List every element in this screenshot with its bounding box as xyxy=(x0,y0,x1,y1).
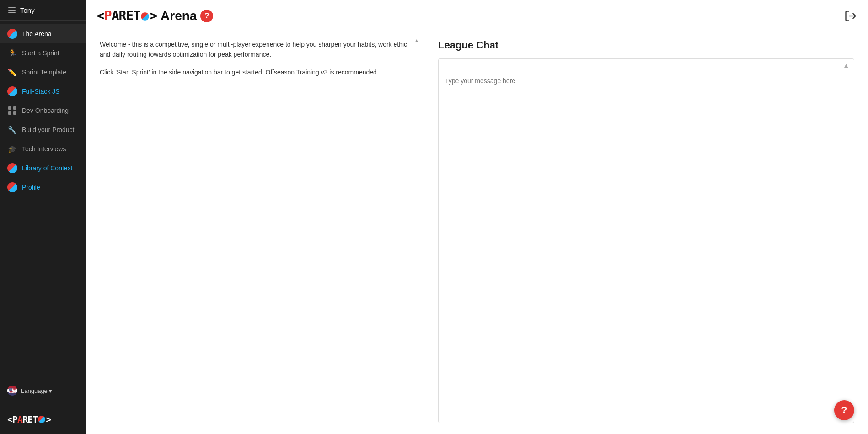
sidebar-item-full-stack-js[interactable]: Full-Stack JS xyxy=(0,82,86,101)
sidebar-item-profile[interactable]: Profile xyxy=(0,178,86,197)
pencil-icon: ✏️ xyxy=(7,67,17,77)
sidebar-item-sprint-template[interactable]: ✏️ Sprint Template xyxy=(0,63,86,82)
grid-icon xyxy=(7,106,17,116)
sidebar: Tony The Arena 🏃 Start a Sprint ✏️ Sprin… xyxy=(0,0,86,434)
welcome-text-2: Click 'Start Sprint' in the side navigat… xyxy=(100,67,410,77)
welcome-text-1: Welcome - this is a competitive, single … xyxy=(100,39,410,60)
chat-input[interactable] xyxy=(445,77,847,85)
svg-rect-2 xyxy=(8,12,16,13)
main-header: <PARET> Arena ? xyxy=(86,0,868,28)
chat-container: ▲ xyxy=(438,58,854,423)
mortarboard-icon: 🎓 xyxy=(7,144,17,154)
nav-label-start-a-sprint: Start a Sprint xyxy=(22,49,59,57)
svg-rect-1 xyxy=(8,10,16,11)
svg-rect-3 xyxy=(8,106,11,110)
chat-input-area[interactable] xyxy=(439,72,854,90)
sidebar-item-dev-onboarding[interactable]: Dev Onboarding xyxy=(0,101,86,120)
scroll-indicator: ▲ xyxy=(414,37,419,44)
flag-icon: 🇺🇸 xyxy=(7,386,17,396)
nav-label-dev-onboarding: Dev Onboarding xyxy=(22,107,69,114)
chat-messages xyxy=(439,90,854,423)
sidebar-nav: The Arena 🏃 Start a Sprint ✏️ Sprint Tem… xyxy=(0,21,86,380)
sidebar-item-library-of-context[interactable]: Library of Context xyxy=(0,159,86,178)
league-chat-title: League Chat xyxy=(438,39,854,51)
pareto-icon-fullstack xyxy=(7,86,17,96)
sidebar-username: Tony xyxy=(20,6,35,14)
chat-top-bar: ▲ xyxy=(439,59,854,72)
floating-help-button[interactable]: ? xyxy=(834,400,854,420)
nav-label-full-stack-js: Full-Stack JS xyxy=(22,88,59,95)
sidebar-item-build-your-product[interactable]: 🔧 Build your Product xyxy=(0,120,86,139)
sidebar-logo: <PARET> xyxy=(0,405,86,434)
svg-rect-4 xyxy=(13,106,16,110)
run-icon: 🏃 xyxy=(7,48,17,58)
menu-icon[interactable] xyxy=(7,5,16,15)
nav-label-library-of-context: Library of Context xyxy=(22,164,73,172)
logout-button[interactable] xyxy=(844,10,857,22)
sidebar-item-start-a-sprint[interactable]: 🏃 Start a Sprint xyxy=(0,43,86,63)
svg-rect-6 xyxy=(13,111,16,115)
main-content: <PARET> Arena ? Welcome - this is a comp… xyxy=(86,0,868,434)
chat-expand-icon[interactable]: ▲ xyxy=(843,62,849,69)
pareto-icon-profile xyxy=(7,182,17,192)
nav-label-build-your-product: Build your Product xyxy=(22,126,74,133)
nav-label-the-arena: The Arena xyxy=(22,30,52,37)
sidebar-language-section: 🇺🇸 Language ▾ xyxy=(0,380,86,405)
nav-label-tech-interviews: Tech Interviews xyxy=(22,145,66,153)
pareto-icon-arena xyxy=(7,29,17,39)
wrench-icon: 🔧 xyxy=(7,125,17,135)
left-panel: Welcome - this is a competitive, single … xyxy=(86,28,424,434)
pareto-logo: <PARET> xyxy=(97,8,157,23)
language-button[interactable]: Language ▾ xyxy=(21,387,52,394)
nav-label-sprint-template: Sprint Template xyxy=(22,69,66,76)
header-help-icon[interactable]: ? xyxy=(200,10,213,22)
svg-rect-0 xyxy=(8,7,16,8)
right-panel: League Chat ▲ xyxy=(424,28,868,434)
pareto-icon-library xyxy=(7,163,17,173)
nav-label-profile: Profile xyxy=(22,184,40,191)
sidebar-item-tech-interviews[interactable]: 🎓 Tech Interviews xyxy=(0,139,86,159)
content-area: Welcome - this is a competitive, single … xyxy=(86,28,868,434)
sidebar-item-the-arena[interactable]: The Arena xyxy=(0,24,86,43)
sidebar-header: Tony xyxy=(0,0,86,21)
page-title-area: <PARET> Arena ? xyxy=(97,8,213,23)
arena-title: Arena xyxy=(161,9,197,23)
svg-rect-5 xyxy=(8,111,11,115)
